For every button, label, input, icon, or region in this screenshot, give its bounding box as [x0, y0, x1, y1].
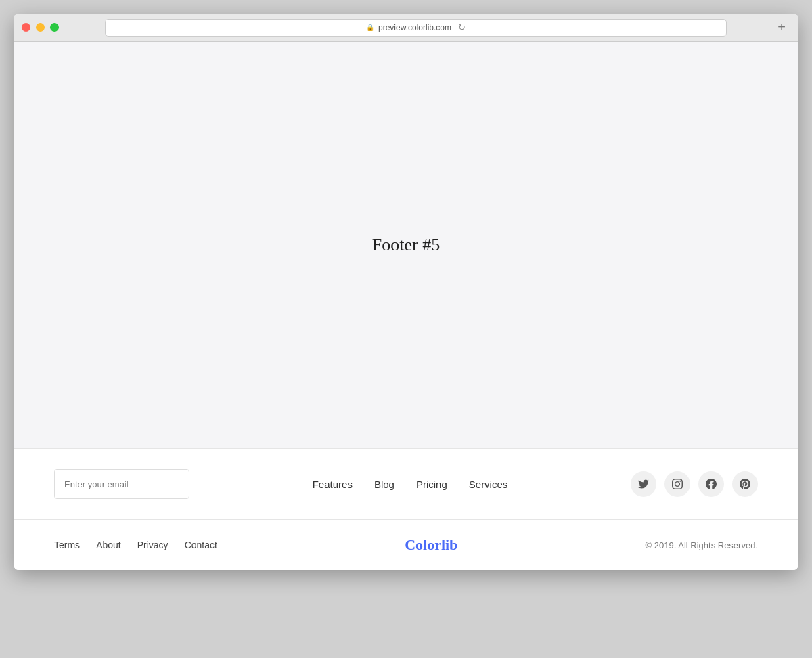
- url-text: preview.colorlib.com: [378, 23, 451, 32]
- browser-window: 🔒 preview.colorlib.com ↻ + Footer #5 → F…: [14, 14, 798, 570]
- close-button[interactable]: [22, 23, 30, 32]
- minimize-button[interactable]: [36, 23, 45, 32]
- page-content: Footer #5 → Features Blog Pricing Servic…: [14, 42, 798, 570]
- email-form[interactable]: →: [54, 469, 189, 499]
- main-section: Footer #5: [14, 42, 798, 448]
- refresh-icon[interactable]: ↻: [458, 22, 466, 32]
- footer-nav-link-features[interactable]: Features: [313, 479, 353, 490]
- footer-nav-link-blog[interactable]: Blog: [374, 479, 394, 490]
- footer-bottom-links: Terms About Privacy Contact: [54, 540, 217, 550]
- footer-link-privacy[interactable]: Privacy: [137, 540, 168, 550]
- maximize-button[interactable]: [50, 23, 59, 32]
- browser-titlebar: 🔒 preview.colorlib.com ↻ +: [14, 14, 798, 42]
- instagram-icon[interactable]: [664, 471, 690, 497]
- footer-nav: Features Blog Pricing Services: [313, 479, 508, 490]
- footer-link-contact[interactable]: Contact: [185, 540, 217, 550]
- twitter-icon[interactable]: [631, 471, 656, 497]
- footer-nav-link-pricing[interactable]: Pricing: [416, 479, 447, 490]
- footer-newsletter: → Features Blog Pricing Services: [14, 448, 798, 519]
- copyright-text: © 2019. All Rights Reserved.: [646, 540, 758, 550]
- footer-nav-link-services[interactable]: Services: [469, 479, 508, 490]
- address-bar[interactable]: 🔒 preview.colorlib.com ↻: [105, 19, 727, 37]
- email-submit-button[interactable]: →: [187, 478, 189, 490]
- facebook-icon[interactable]: [698, 471, 724, 497]
- page-title: Footer #5: [372, 235, 440, 255]
- brand-logo[interactable]: Colorlib: [405, 536, 457, 554]
- footer-link-about[interactable]: About: [96, 540, 121, 550]
- email-input[interactable]: [55, 479, 187, 489]
- footer-link-terms[interactable]: Terms: [54, 540, 80, 550]
- pinterest-icon[interactable]: [732, 471, 758, 497]
- new-tab-button[interactable]: +: [773, 19, 790, 37]
- lock-icon: 🔒: [366, 24, 374, 31]
- social-icons: [631, 471, 758, 497]
- footer-bottom: Terms About Privacy Contact Colorlib © 2…: [14, 519, 798, 570]
